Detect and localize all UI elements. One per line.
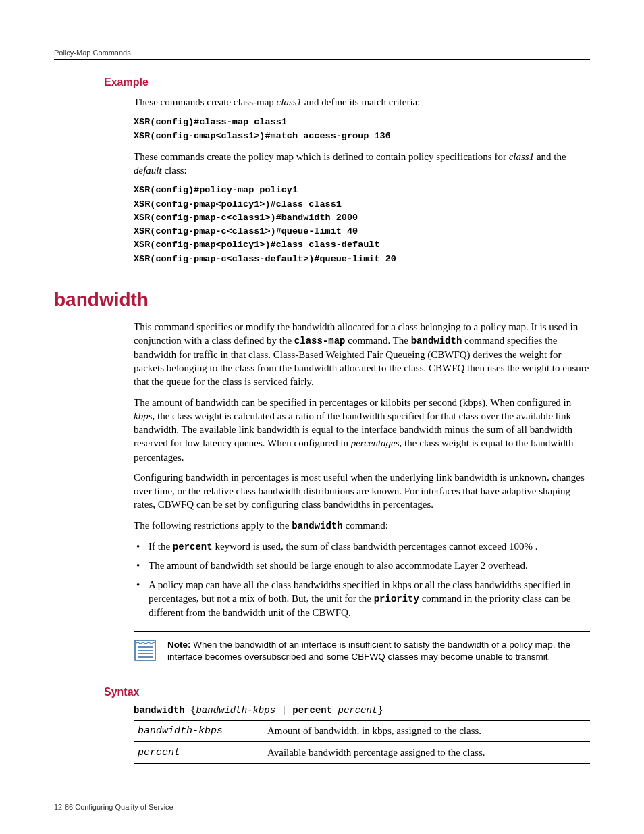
text-italic: class1 <box>509 151 535 162</box>
text <box>332 705 338 716</box>
text: command. The <box>345 335 410 346</box>
text: If the <box>149 541 173 552</box>
param-desc: Amount of bandwidth, in kbps, assigned t… <box>263 720 590 741</box>
bandwidth-restrictions-list: If the percent keyword is used, the sum … <box>134 540 590 620</box>
text-italic: percentages <box>351 438 400 448</box>
example-code-1: XSR(config)#class-map class1 XSR(config-… <box>134 115 590 143</box>
text: keyword is used, the sum of class bandwi… <box>213 541 538 552</box>
text: These commands create class-map <box>134 97 277 107</box>
page-footer: 12-86 Configuring Quality of Service <box>54 803 590 811</box>
inline-code: bandwidth <box>292 521 343 531</box>
text-italic: kbps <box>134 411 153 421</box>
text: { <box>185 705 196 716</box>
table-row: bandwidth-kbps Amount of bandwidth, in k… <box>134 720 590 741</box>
text: The amount of bandwidth can be specified… <box>134 397 571 408</box>
text: | <box>275 705 292 716</box>
text: and the <box>534 151 566 162</box>
bandwidth-para-4: The following restrictions apply to the … <box>134 519 590 533</box>
syntax-params-table: bandwidth-kbps Amount of bandwidth, in k… <box>134 720 590 764</box>
inline-code: class-map <box>294 336 346 346</box>
param-desc: Available bandwidth percentage assigned … <box>263 741 590 763</box>
syntax-keyword: percent <box>292 705 332 716</box>
list-item: If the percent keyword is used, the sum … <box>134 540 590 554</box>
text-italic: class1 <box>277 97 302 107</box>
text: When the bandwidth of an interface is in… <box>167 640 570 662</box>
table-row: percent Available bandwidth percentage a… <box>134 741 590 763</box>
note-text: Note: When the bandwidth of an interface… <box>167 639 590 663</box>
example-intro-1: These commands create class-map class1 a… <box>134 95 590 109</box>
running-header: Policy-Map Commands <box>54 49 590 60</box>
list-item: The amount of bandwidth set should be la… <box>134 558 590 572</box>
example-heading: Example <box>104 76 590 88</box>
inline-code: percent <box>173 542 213 552</box>
syntax-usage: bandwidth {bandwidth-kbps | percent perc… <box>134 705 590 716</box>
inline-code: bandwidth <box>411 336 462 346</box>
syntax-keyword: bandwidth <box>134 705 185 716</box>
list-item: A policy map can have all the class band… <box>134 578 590 619</box>
syntax-heading: Syntax <box>104 686 590 698</box>
param-name: bandwidth-kbps <box>134 720 263 741</box>
syntax-arg: percent <box>338 705 378 716</box>
note-icon <box>134 639 157 662</box>
text: The following restrictions apply to the <box>134 520 292 531</box>
text: command: <box>343 520 388 531</box>
note-box: Note: When the bandwidth of an interface… <box>134 631 590 671</box>
bandwidth-para-3: Configuring bandwidth in percentages is … <box>134 471 590 512</box>
text: These commands create the policy map whi… <box>134 151 509 162</box>
param-name: percent <box>134 741 263 763</box>
bandwidth-para-2: The amount of bandwidth can be specified… <box>134 396 590 464</box>
syntax-arg: bandwidth-kbps <box>196 705 275 716</box>
text-italic: default <box>134 165 162 176</box>
text: } <box>377 705 383 716</box>
note-label: Note: <box>167 640 191 650</box>
text: class: <box>162 165 187 176</box>
example-intro-2: These commands create the policy map whi… <box>134 150 590 178</box>
text: and define its match criteria: <box>302 97 420 107</box>
example-code-2: XSR(config)#policy-map policy1 XSR(confi… <box>134 184 590 266</box>
bandwidth-heading: bandwidth <box>54 289 590 311</box>
inline-code: priority <box>374 594 419 604</box>
bandwidth-para-1: This command specifies or modify the ban… <box>134 320 590 389</box>
